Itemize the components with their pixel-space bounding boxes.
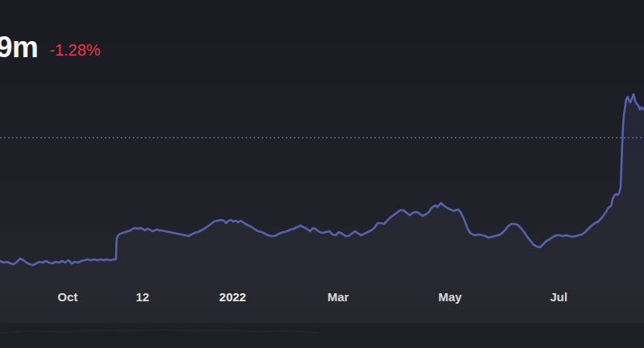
price-area-fill: [0, 94, 644, 348]
x-axis-label: May: [438, 290, 461, 304]
price-chart-panel: 9m -1.28% Oct122022MarMayJul: [0, 0, 644, 348]
x-axis-label: Mar: [328, 290, 349, 304]
x-axis-label: 2022: [219, 290, 246, 304]
x-axis-label: 12: [136, 290, 150, 304]
x-axis[interactable]: Oct122022MarMayJul: [0, 290, 644, 306]
x-axis-label: Oct: [57, 290, 77, 304]
x-axis-label: Jul: [550, 290, 568, 304]
bottom-strip: [0, 323, 644, 348]
